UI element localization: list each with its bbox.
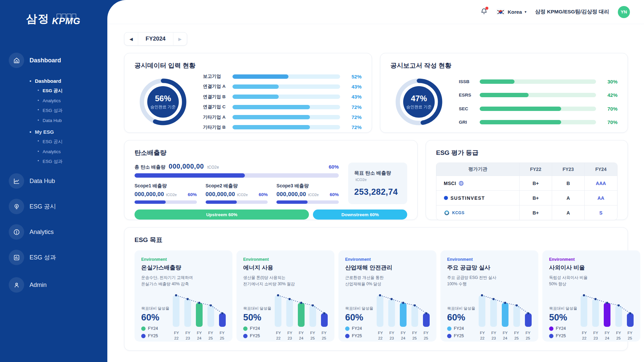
scope-label: Scope2 배출량 (206, 183, 268, 189)
target-unit: tCO2e (356, 178, 367, 182)
goal-mini-chart: FY22FY23FY24FY25FY25 (581, 293, 634, 341)
msci-globe-icon (459, 181, 464, 186)
subgroup-my-esg[interactable]: My ESG (30, 129, 107, 135)
table-row: MSCI B+ B AAA (436, 176, 617, 190)
logo-kpmg-text: KPMG (52, 16, 80, 26)
progress-row: ISSB30% (459, 79, 618, 84)
language-selector[interactable]: Korea ▾ (496, 9, 526, 15)
user-name: 삼정 KPMG/ESG팀/김상정 대리 (535, 8, 609, 15)
sidebar-subitem-analytics[interactable]: Analytics (38, 98, 107, 103)
legend-dot-icon (549, 334, 553, 338)
avatar[interactable]: YN (618, 6, 630, 18)
kpmg-logo: 삼정 KPMG (9, 11, 107, 26)
card-title: 공시데이터 입력 현황 (135, 61, 362, 70)
scope1-block: Scope1 배출량 000,000,00 tCO2e 60% (135, 183, 197, 204)
sidebar-subitem-data-hub[interactable]: Data Hub (38, 118, 107, 123)
x-tick-label: FY24 (400, 330, 407, 341)
legend-dot-icon (447, 326, 451, 331)
progress-percent: 43% (345, 94, 362, 100)
goal-title: 에너지 사용 (243, 264, 328, 272)
logo-korean-text: 삼정 (26, 11, 50, 26)
legend-item: FY24 (549, 326, 579, 331)
x-tick-label: FY22 (479, 330, 486, 341)
x-tick-label: FY25 (513, 330, 520, 341)
x-tick-label: FY23 (184, 330, 191, 341)
sidebar-subitem-esg-performance[interactable]: ESG 성과 (38, 108, 107, 114)
scope-unit: tCO2e (166, 193, 177, 197)
x-tick-label: FY25 (321, 330, 327, 341)
prev-year-button[interactable]: ◀ (124, 33, 138, 45)
framework-progress-list: ISSB30%ESRS42%SEC70%GRI70% (459, 77, 618, 126)
bar-chart-icon (9, 250, 24, 265)
sidebar-item-admin[interactable]: Admin (9, 277, 107, 293)
carbon-emissions-card: 탄소배출량 총 탄소 배출량 000,000,00 tCO2e 60% (124, 140, 418, 220)
sidebar-item-data-hub[interactable]: Data Hub (9, 173, 107, 189)
card-title: ESG 평가 등급 (436, 148, 618, 157)
x-tick-label: FY24 (604, 330, 610, 341)
x-tick-label: FY22 (173, 330, 180, 341)
goal-category: Environment (141, 257, 226, 262)
goal-title: 주요 공급망 실사 (447, 264, 532, 272)
downstream-pill: Downstreem 60% (313, 209, 407, 220)
sidebar-subitem-my-analytics[interactable]: Analytics (38, 149, 107, 154)
total-emissions-label: 총 탄소 배출량 (135, 164, 165, 170)
progress-label: 기타기업 A (203, 114, 228, 120)
subgroup-dashboard[interactable]: Dashboard (30, 78, 107, 84)
progress-label: 기타기업 B (203, 124, 228, 130)
progress-percent: 43% (345, 84, 362, 89)
scope-progress (206, 200, 268, 204)
alert-icon (9, 224, 24, 240)
scope-unit: tCO2e (237, 193, 248, 197)
next-year-button[interactable]: ▶ (173, 33, 187, 45)
goal-metric-label: 목표대비 달성율 (243, 306, 273, 311)
progress-row: SEC70% (459, 106, 618, 112)
sidebar-item-esg-disclosure[interactable]: ESG 공시 (9, 199, 107, 214)
rating-value: AA (585, 191, 617, 205)
column-header: FY23 (552, 163, 585, 176)
donut-percent: 47% (411, 94, 427, 103)
progress-percent: 70% (601, 106, 618, 112)
lightbulb-icon (9, 199, 24, 214)
sidebar-item-analytics[interactable]: Analytics (9, 224, 107, 240)
progress-label: 연결기업 A (203, 83, 228, 89)
progress-percent: 42% (601, 92, 618, 98)
goal-description: 주요 공급망 ESG 전반 실사100% 수행 (447, 275, 532, 288)
goal-metric-label: 목표대비 달성율 (141, 306, 171, 311)
sidebar-item-esg-performance[interactable]: ESG 성과 (9, 250, 107, 265)
donut-percent: 56% (155, 94, 171, 103)
sidebar-item-dashboard[interactable]: Dashboard (9, 53, 107, 68)
goal-card: Environment주요 공급망 실사주요 공급망 ESG 전반 실사100%… (440, 250, 538, 342)
total-emissions-unit: tCO2e (207, 165, 219, 170)
goal-description: 생산물 톤(t)당 사용되는전기에너지 소비량 30% 절감 (243, 275, 328, 288)
legend-dot-icon (243, 326, 248, 331)
sidebar-item-label: Admin (30, 282, 47, 289)
rating-value: A (552, 191, 585, 205)
fiscal-year-selector: ◀ FY2024 ▶ (124, 32, 187, 46)
progress-label: SEC (459, 106, 475, 111)
column-header: FY22 (520, 163, 552, 176)
progress-label: 보고기업 (203, 73, 228, 79)
rating-value: B+ (520, 191, 552, 205)
card-title: ESG 목표 (135, 236, 618, 244)
x-tick-label: FY23 (490, 330, 497, 341)
progress-track (232, 95, 340, 99)
scope-label: Scope3 배출량 (276, 183, 339, 189)
column-header: 평가기관 (436, 163, 520, 176)
column-header: FY24 (585, 163, 617, 176)
sidebar-subitem-my-esg-performance[interactable]: ESG 성과 (38, 159, 107, 165)
x-tick-label: FY25 (423, 330, 429, 341)
notification-bell-icon[interactable] (480, 7, 488, 16)
goal-card-list: Environment온실가스배출량운송수단, 전자기기 교체하여온실가스 배출… (135, 250, 618, 342)
progress-row: GRI70% (459, 119, 618, 125)
sidebar-subitem-esg-disclosure[interactable]: ESG 공시 (38, 88, 107, 94)
line-chart-icon (9, 173, 24, 189)
goal-category: Environment (447, 257, 532, 262)
ratings-table: 평가기관 FY22 FY23 FY24 MSCI B+ B (436, 163, 618, 220)
legend-item: FY24 (141, 326, 171, 331)
table-row: SUSTINVEST B+ A AA (436, 190, 617, 205)
sidebar-subitem-my-esg-disclosure[interactable]: ESG 공시 (38, 139, 107, 145)
sidebar-item-label: ESG 성과 (30, 253, 56, 261)
x-tick-label: FY25 (411, 330, 418, 341)
goal-mini-chart: FY22FY23FY24FY25FY25 (173, 293, 226, 341)
scope2-block: Scope2 배출량 000,000,00 tCO2e 60% (206, 183, 268, 204)
